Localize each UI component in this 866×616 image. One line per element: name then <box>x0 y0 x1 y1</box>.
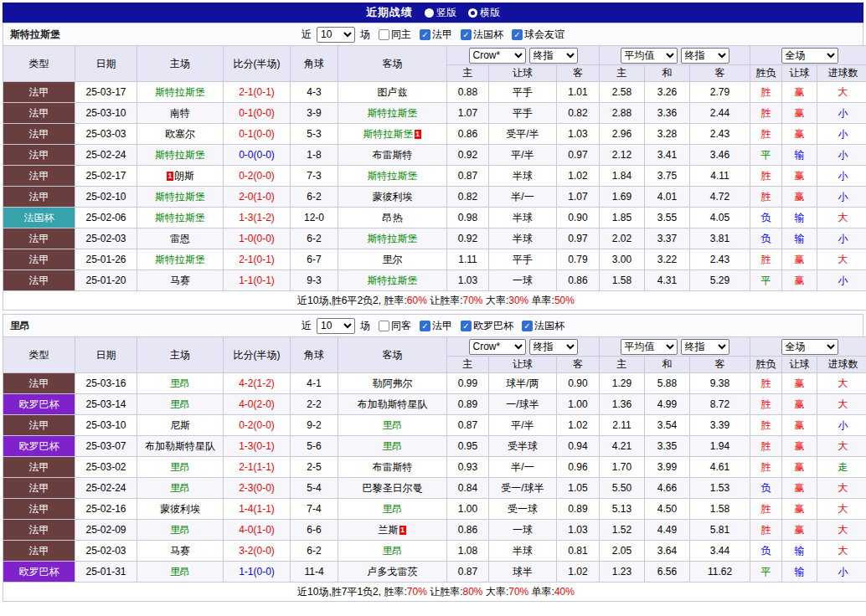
away-team[interactable]: 斯特拉斯堡 <box>368 107 418 119</box>
date-cell: 25-02-06 <box>75 208 137 228</box>
odds-handicap: 受平/半 <box>489 124 557 145</box>
home-team-cell: 南特 <box>137 103 224 124</box>
result-outcome: 平 <box>750 145 782 166</box>
view-mode-option-0[interactable]: 竖版 <box>425 6 456 20</box>
home-team-cell: 雷恩 <box>137 228 224 249</box>
page-title: 近期战绩 <box>366 5 413 20</box>
match-count-select[interactable]: 10 <box>317 318 355 334</box>
home-team[interactable]: 布加勒斯特星队 <box>145 440 215 452</box>
home-team[interactable]: 朗斯 <box>174 170 194 182</box>
odds-company-select[interactable]: Crow* <box>469 48 526 64</box>
league-filter[interactable]: ✓球会友谊 <box>512 28 564 42</box>
odds-time-select[interactable]: 终指 <box>529 339 578 355</box>
scope-select[interactable]: 全场 <box>781 48 838 64</box>
home-team[interactable]: 里昂 <box>170 524 190 536</box>
away-team[interactable]: 蒙彼利埃 <box>373 191 413 203</box>
home-team[interactable]: 蒙彼利埃 <box>160 503 200 515</box>
league-filter[interactable]: ✓法甲 <box>420 28 452 42</box>
topbar: 近期战绩 竖版横版 <box>3 3 863 23</box>
league-checkbox[interactable]: ✓ <box>522 321 533 331</box>
home-team[interactable]: 雷恩 <box>170 233 190 244</box>
away-team[interactable]: 斯特拉斯堡 <box>368 275 418 286</box>
away-team[interactable]: 兰斯 <box>379 524 399 536</box>
avg-draw: 4.99 <box>645 394 690 415</box>
odds-away: 1.03 <box>557 124 600 145</box>
home-team[interactable]: 斯特拉斯堡 <box>155 254 205 265</box>
away-team[interactable]: 斯特拉斯堡 <box>363 128 414 140</box>
away-team-cell: 斯特拉斯堡 <box>338 166 447 187</box>
result-handicap: 赢 <box>782 270 817 291</box>
away-team[interactable]: 斯特拉斯堡 <box>368 170 418 182</box>
same-venue-checkbox[interactable] <box>379 29 389 40</box>
same-venue-checkbox[interactable] <box>379 321 389 331</box>
team-section-1: 里昂近10场同客✓法甲✓欧罗巴杯✓法国杯类型日期主场比分(半场)角球客场Crow… <box>3 314 863 602</box>
sub-col-header: 主 <box>600 65 645 82</box>
home-team[interactable]: 里昂 <box>170 461 190 473</box>
team-name[interactable]: 斯特拉斯堡 <box>10 28 60 42</box>
away-team[interactable]: 里尔 <box>383 254 403 265</box>
league-checkbox[interactable]: ✓ <box>512 29 523 40</box>
home-team[interactable]: 里昂 <box>170 398 190 410</box>
away-team[interactable]: 里昂 <box>383 545 403 557</box>
odds-home: 0.87 <box>447 415 489 436</box>
avg-home: 2.96 <box>600 124 645 145</box>
team-name[interactable]: 里昂 <box>10 319 30 333</box>
col-header: 日期 <box>75 337 137 373</box>
away-team[interactable]: 布雷斯特 <box>373 461 413 473</box>
home-team[interactable]: 马赛 <box>170 545 190 557</box>
avg-type-select[interactable]: 平均值 <box>621 48 678 64</box>
odds-home: 0.87 <box>447 562 489 583</box>
league-filter[interactable]: ✓法国杯 <box>461 28 503 42</box>
league-checkbox[interactable]: ✓ <box>420 321 430 331</box>
home-team[interactable]: 南特 <box>170 107 190 119</box>
home-team[interactable]: 斯特拉斯堡 <box>155 149 205 161</box>
home-team[interactable]: 欧塞尔 <box>165 128 195 140</box>
result-goals: 小 <box>817 145 866 166</box>
away-team[interactable]: 昂热 <box>383 212 403 223</box>
league-checkbox[interactable]: ✓ <box>420 29 430 40</box>
home-team[interactable]: 尼斯 <box>170 419 190 431</box>
away-team-cell: 蒙彼利埃 <box>338 187 447 208</box>
away-team[interactable]: 里昂 <box>383 440 403 452</box>
away-team[interactable]: 图卢兹 <box>378 86 408 98</box>
avg-away: 5.29 <box>690 270 750 291</box>
away-team[interactable]: 斯特拉斯堡 <box>368 233 418 244</box>
match-count-select[interactable]: 10 <box>317 27 355 43</box>
avg-type-select[interactable]: 平均值 <box>621 339 678 355</box>
home-team[interactable]: 里昂 <box>170 377 190 389</box>
away-team[interactable]: 布雷斯特 <box>373 149 413 161</box>
match-row: 法甲25-01-26斯特拉斯堡2-1(0-1)6-7里尔1.11平手0.793.… <box>3 249 866 270</box>
scope-select[interactable]: 全场 <box>781 339 838 355</box>
match-row: 法国杯25-02-06斯特拉斯堡1-3(1-2)12-0昂热0.98半球0.90… <box>3 208 866 228</box>
home-team[interactable]: 斯特拉斯堡 <box>155 86 205 98</box>
home-team[interactable]: 斯特拉斯堡 <box>155 191 205 203</box>
league-filter[interactable]: ✓法甲 <box>420 319 452 333</box>
same-venue-filter[interactable]: 同客 <box>379 319 411 333</box>
match-row: 法甲25-03-16里昂4-2(1-2)4-1勒阿弗尔0.99球半/两0.901… <box>3 373 866 394</box>
result-handicap: 赢 <box>782 436 817 457</box>
league-filter[interactable]: ✓法国杯 <box>522 319 564 333</box>
league-filter[interactable]: ✓欧罗巴杯 <box>461 319 513 333</box>
result-handicap: 赢 <box>782 103 817 124</box>
away-team[interactable]: 里昂 <box>383 503 403 515</box>
summary-segment: 60% <box>407 295 427 306</box>
away-team[interactable]: 巴黎圣日尔曼 <box>363 482 423 494</box>
odds-company-select[interactable]: Crow* <box>469 339 526 355</box>
away-team[interactable]: 勒阿弗尔 <box>373 377 413 389</box>
league-checkbox[interactable]: ✓ <box>461 321 472 331</box>
view-mode-option-1[interactable]: 横版 <box>468 6 500 20</box>
league-checkbox[interactable]: ✓ <box>461 29 472 40</box>
home-team[interactable]: 里昂 <box>170 482 190 494</box>
avg-time-select[interactable]: 终指 <box>681 339 729 355</box>
date-cell: 25-01-20 <box>75 270 137 291</box>
away-team[interactable]: 布加勒斯特星队 <box>358 398 428 410</box>
home-team[interactable]: 斯特拉斯堡 <box>155 212 205 223</box>
avg-away: 1.94 <box>690 436 750 457</box>
away-team[interactable]: 里昂 <box>383 419 403 431</box>
odds-time-select[interactable]: 终指 <box>529 48 578 64</box>
home-team[interactable]: 马赛 <box>170 275 190 286</box>
avg-time-select[interactable]: 终指 <box>681 48 729 64</box>
home-team[interactable]: 里昂 <box>170 566 190 578</box>
away-team[interactable]: 卢多戈雷茨 <box>368 566 418 578</box>
same-venue-filter[interactable]: 同主 <box>379 28 411 42</box>
